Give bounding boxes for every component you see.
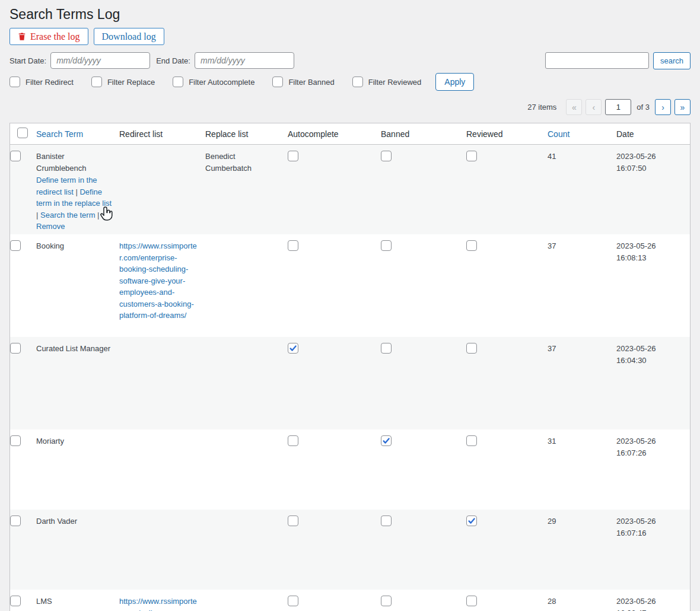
column-header-search-term[interactable]: Search Term — [36, 129, 83, 139]
row-select-checkbox[interactable] — [10, 343, 21, 354]
reviewed-checkbox[interactable] — [466, 151, 477, 161]
autocomplete-checkbox[interactable] — [288, 515, 298, 526]
redirect-link[interactable]: https://www.rssimporter.com/enterprise-b… — [119, 241, 197, 320]
current-page-input[interactable] — [605, 99, 631, 115]
action-link[interactable]: Remove — [36, 222, 65, 231]
download-log-button[interactable]: Download log — [94, 28, 164, 45]
column-header-banned: Banned — [381, 129, 466, 139]
autocomplete-checkbox[interactable] — [288, 240, 298, 251]
reviewed-checkbox[interactable] — [466, 515, 477, 526]
banned-checkbox[interactable] — [381, 515, 392, 526]
filter-reviewed[interactable]: Filter Reviewed — [352, 77, 422, 87]
filter-banned-checkbox[interactable] — [272, 77, 283, 87]
banned-checkbox[interactable] — [381, 435, 392, 446]
column-header-date: Date — [616, 129, 690, 139]
filter-redirect-label: Filter Redirect — [26, 78, 74, 87]
search-box: search — [545, 52, 691, 69]
search-term-text: LMS — [36, 596, 113, 607]
table-row: Curated List Manager372023-05-26 16:04:3… — [10, 337, 690, 429]
toolbar: Erase the log Download log — [9, 28, 691, 45]
row-select-checkbox[interactable] — [10, 240, 21, 251]
banned-checkbox[interactable] — [381, 343, 392, 354]
start-date-label: Start Date: — [9, 56, 46, 65]
download-log-label: Download log — [102, 31, 156, 42]
prev-page-button[interactable]: ‹ — [586, 99, 602, 115]
count-value: 37 — [548, 344, 556, 353]
page-title: Search Terms Log — [9, 0, 691, 23]
start-date-input[interactable] — [50, 52, 150, 69]
reviewed-checkbox[interactable] — [466, 435, 477, 446]
search-term-text: Curated List Manager — [36, 343, 113, 355]
date-filters: Start Date: End Date: — [9, 52, 294, 69]
pagination: 27 items « ‹ of 3 › » — [9, 99, 691, 115]
column-header-replace-list: Replace list — [205, 129, 288, 139]
autocomplete-checkbox[interactable] — [288, 343, 298, 354]
date-value: 2023-05-26 16:07:16 — [616, 517, 656, 537]
reviewed-checkbox[interactable] — [466, 596, 477, 606]
autocomplete-checkbox[interactable] — [288, 151, 298, 161]
search-term-text: Darth Vader — [36, 515, 113, 527]
search-input[interactable] — [545, 52, 649, 69]
select-all-checkbox[interactable] — [17, 128, 28, 138]
filter-replace-label: Filter Replace — [107, 78, 155, 87]
filter-replace-checkbox[interactable] — [91, 77, 102, 87]
search-terms-table: Search Term Redirect list Replace list A… — [9, 123, 691, 611]
redirect-link[interactable]: https://www.rssimporter.com/online- — [119, 597, 197, 611]
banned-checkbox[interactable] — [381, 151, 392, 161]
date-value: 2023-05-26 16:07:50 — [616, 152, 656, 173]
filter-reviewed-checkbox[interactable] — [352, 77, 363, 87]
table-row: Bookinghttps://www.rssimporter.com/enter… — [10, 234, 690, 337]
date-value: 2023-05-26 16:08:13 — [616, 241, 656, 262]
row-select-checkbox[interactable] — [10, 596, 21, 606]
items-count: 27 items — [527, 103, 556, 112]
trash-icon — [18, 32, 26, 41]
last-page-button[interactable]: » — [674, 99, 691, 115]
erase-log-label: Erase the log — [30, 31, 80, 42]
filter-autocomplete-label: Filter Autocomplete — [189, 78, 254, 87]
filter-reviewed-label: Filter Reviewed — [368, 78, 422, 87]
table-row: Banister CrumblebenchDefine term in the … — [10, 145, 690, 234]
table-header: Search Term Redirect list Replace list A… — [10, 123, 690, 145]
apply-button[interactable]: Apply — [435, 73, 474, 91]
search-term-text: Moriarty — [36, 435, 113, 447]
action-separator: | — [36, 211, 40, 219]
end-date-label: End Date: — [156, 56, 190, 65]
count-value: 28 — [548, 597, 556, 606]
first-page-button[interactable]: « — [566, 99, 582, 115]
row-select-checkbox[interactable] — [10, 515, 21, 526]
date-value: 2023-05-26 16:06:47 — [616, 597, 656, 611]
count-value: 29 — [548, 517, 556, 526]
total-pages-text: of 3 — [637, 103, 650, 112]
filter-checkbox-row: Filter Redirect Filter Replace Filter Au… — [9, 73, 691, 91]
filter-autocomplete[interactable]: Filter Autocomplete — [173, 77, 254, 87]
row-select-checkbox[interactable] — [10, 151, 21, 161]
column-header-redirect-list: Redirect list — [119, 129, 205, 139]
action-separator: | — [74, 187, 80, 196]
table-row: Darth Vader292023-05-26 16:07:16 — [10, 510, 690, 590]
autocomplete-checkbox[interactable] — [288, 435, 298, 446]
search-term-text: Booking — [36, 240, 113, 252]
action-link[interactable]: Search the term — [40, 211, 96, 219]
filter-banned[interactable]: Filter Banned — [272, 77, 334, 87]
end-date-input[interactable] — [195, 52, 294, 69]
banned-checkbox[interactable] — [381, 596, 392, 606]
date-value: 2023-05-26 16:07:26 — [616, 437, 656, 457]
autocomplete-checkbox[interactable] — [288, 596, 298, 606]
filter-autocomplete-checkbox[interactable] — [173, 77, 183, 87]
filter-replace[interactable]: Filter Replace — [91, 77, 155, 87]
next-page-button[interactable]: › — [655, 99, 671, 115]
row-select-checkbox[interactable] — [10, 435, 21, 446]
action-separator: | — [96, 211, 100, 219]
erase-log-button[interactable]: Erase the log — [9, 28, 88, 45]
count-value: 37 — [548, 241, 556, 250]
reviewed-checkbox[interactable] — [466, 343, 477, 354]
filter-redirect[interactable]: Filter Redirect — [9, 77, 74, 87]
search-button[interactable]: search — [653, 52, 691, 69]
filter-redirect-checkbox[interactable] — [9, 77, 20, 87]
search-term-text: Banister Crumblebench — [36, 151, 113, 174]
reviewed-checkbox[interactable] — [466, 240, 477, 251]
banned-checkbox[interactable] — [381, 240, 392, 251]
column-header-count[interactable]: Count — [548, 129, 569, 139]
table-row: Moriarty312023-05-26 16:07:26 — [10, 429, 690, 510]
replace-text: Benedict Cumberbatch — [205, 152, 252, 173]
